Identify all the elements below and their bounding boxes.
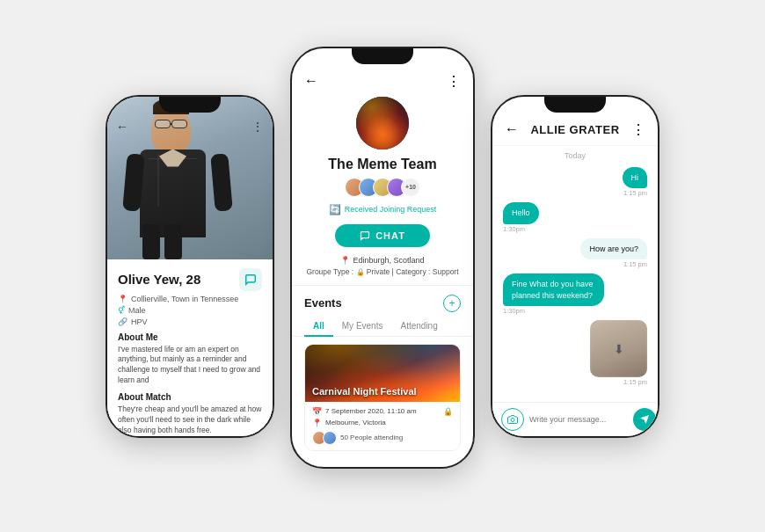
about-match-title: About Match [118, 392, 262, 402]
message-time-3: 1:15 pm [623, 260, 647, 268]
phone-chat: ← ALLIE GRATER ⋮ Today Hi 1:15 pm [491, 95, 659, 438]
calendar-icon: 📅 [312, 407, 322, 416]
chat-contact-name: ALLIE GRATER [530, 123, 619, 136]
event-title-overlay: Carnival Night Festival [312, 386, 417, 397]
attendee-av-2 [323, 431, 337, 445]
back-button-p1[interactable]: ← [116, 120, 128, 134]
svg-point-0 [511, 418, 514, 421]
menu-dots-p3[interactable]: ⋮ [631, 121, 645, 138]
tab-all[interactable]: All [304, 316, 333, 336]
message-group-3: How are you? 1:15 pm [503, 238, 647, 269]
add-event-button[interactable]: + [443, 295, 461, 312]
event-card[interactable]: Carnival Night Festival 📅 7 September 20… [304, 344, 461, 451]
phone-group: ← ⋮ The Meme Team +10 [290, 47, 475, 469]
message-time-5: 1:15 pm [623, 378, 647, 386]
events-tabs: All My Events Attending [292, 316, 473, 337]
health-icon: 🔗 [118, 317, 128, 326]
date-separator: Today [503, 151, 647, 160]
profile-info: Olive Yew, 28 📍 Collierville, Town in Te… [107, 259, 273, 436]
message-group-1: Hi 1:15 pm [503, 167, 647, 198]
person-figure [120, 97, 235, 259]
event-location: Melbourne, Victoria [325, 419, 386, 426]
group-center: The Meme Team +10 🔄 Received Joining Req… [292, 97, 473, 285]
gender-icon: ⚥ [118, 306, 125, 315]
back-button-p3[interactable]: ← [505, 121, 519, 137]
join-request-label: 🔄 Received Joining Request [329, 204, 437, 215]
members-more-badge: +10 [401, 178, 420, 197]
event-date: 7 September 2020, 11:10 am [325, 407, 417, 415]
camera-button[interactable] [501, 408, 524, 431]
events-title: Events [304, 296, 342, 310]
about-me-text: I've mastered life or am an expert on an… [118, 345, 262, 387]
user-name: Olive Yew, 28 [118, 272, 200, 287]
message-bubble-4: Fine What do you have planned this weeke… [503, 273, 604, 306]
user-gender: Male [128, 306, 146, 315]
message-bubble-1: Hi [623, 167, 648, 189]
event-attendees: 50 People attending [312, 431, 453, 445]
events-header: Events + [292, 285, 473, 316]
attendees-count: 50 People attending [340, 434, 403, 441]
group-name: The Meme Team [328, 157, 436, 172]
back-button-p2[interactable]: ← [304, 73, 318, 89]
event-lock-icon: 🔒 [443, 407, 453, 416]
event-image: Carnival Night Festival [305, 345, 460, 402]
location-icon-p1: 📍 [118, 295, 128, 303]
chat-input-bar [492, 402, 658, 436]
tab-attending[interactable]: Attending [391, 316, 446, 336]
message-input[interactable] [529, 415, 628, 424]
chat-messages-area: Today Hi 1:15 pm Hello [492, 146, 658, 402]
message-group-2: Hello 1:30pm [503, 202, 647, 233]
group-location: 📍 Edinburgh, Scotland [340, 256, 424, 265]
join-icon: 🔄 [329, 204, 341, 215]
message-group-5: ⬇ 1:15 pm [503, 320, 647, 386]
message-bubble-2: Hello [503, 202, 539, 224]
message-time-1: 1:15 pm [623, 189, 647, 197]
user-hpv: HPV [131, 317, 148, 326]
phone-profile: ← ⋮ Olive Yew, 28 📍 [106, 95, 274, 438]
menu-dots-p2[interactable]: ⋮ [447, 73, 461, 90]
download-icon: ⬇ [614, 342, 624, 356]
chat-button-p2[interactable]: CHAT [335, 224, 430, 247]
tab-my-events[interactable]: My Events [333, 316, 392, 336]
chat-icon-p1[interactable] [239, 268, 262, 291]
send-button[interactable] [633, 408, 656, 431]
message-image-bubble: ⬇ [590, 320, 647, 377]
notch-1 [159, 97, 221, 113]
message-time-4: 1:30pm [503, 307, 525, 315]
message-time-2: 1:30pm [503, 225, 525, 233]
notch-3 [544, 97, 606, 113]
user-location: Collierville, Town in Tennessee [131, 295, 238, 303]
group-type: Groupe Type : 🔒 Private | Category : Sup… [306, 267, 458, 276]
about-me-title: About Me [118, 332, 262, 342]
message-group-4: Fine What do you have planned this weeke… [503, 273, 647, 315]
about-match-text: They're cheap and you'll be amazed at ho… [118, 404, 262, 435]
group-avatar [356, 97, 409, 149]
menu-dots-p1[interactable]: ⋮ [251, 120, 264, 134]
lock-icon-group: 🔒 [356, 268, 367, 276]
message-bubble-3: How are you? [580, 238, 647, 260]
location-icon-p2: 📍 [340, 256, 350, 265]
person-head [151, 106, 191, 154]
profile-photo: ← ⋮ [107, 97, 273, 259]
event-details: 📅 7 September 2020, 11:10 am 🔒 📍 Melbour… [305, 402, 460, 450]
notch-2 [352, 48, 413, 64]
map-icon: 📍 [312, 419, 322, 427]
members-avatars: +10 [345, 178, 420, 197]
